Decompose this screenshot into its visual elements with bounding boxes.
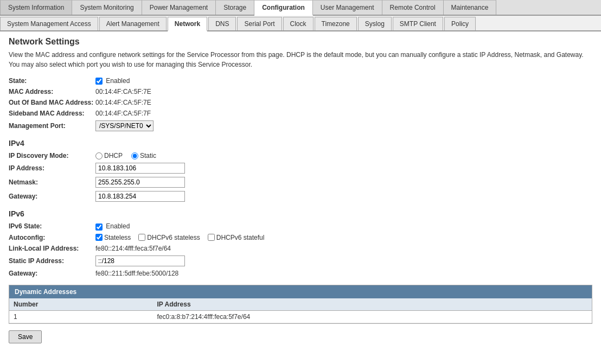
sideband-mac-label: Sideband MAC Address: (9, 110, 95, 117)
dhcpv6-stateless-checkbox[interactable] (138, 234, 145, 241)
state-row: State: Enabled (9, 77, 592, 85)
state-label: State: (9, 77, 95, 85)
static-radio[interactable] (131, 152, 138, 159)
tab-policy[interactable]: Policy (444, 17, 476, 30)
static-option: Static (131, 152, 156, 159)
page-description: View the MAC address and configure netwo… (9, 50, 592, 69)
tab-user-management[interactable]: User Management (313, 0, 382, 15)
ip-discovery-mode-label: IP Discovery Mode: (9, 152, 95, 159)
ipv6-gateway-value: fe80::211:5dff:febe:5000/128 (95, 270, 178, 277)
mgmt-port-select[interactable]: /SYS/SP/NET0 (95, 120, 154, 131)
state-value: Enabled (95, 77, 130, 85)
dhcpv6-stateful-label: DHCPv6 stateful (216, 234, 265, 241)
column-number: Number (9, 298, 153, 311)
mgmt-port-label: Management Port: (9, 122, 95, 130)
dhcpv6-stateless-option: DHCPv6 stateless (138, 234, 200, 241)
ipv4-address-label: IP Address: (9, 164, 95, 172)
dynamic-addresses-header: Dynamic Addresses (9, 285, 592, 298)
tab-alert-management[interactable]: Alert Management (99, 17, 167, 30)
tab-configuration[interactable]: Configuration (254, 0, 313, 16)
mgmt-port-row: Management Port: /SYS/SP/NET0 (9, 120, 592, 131)
ipv4-gateway-row: Gateway: (9, 191, 592, 202)
oob-mac-row: Out Of Band MAC Address: 00:14:4F:CA:5F:… (9, 99, 592, 106)
autoconfig-row: Autoconfig: Stateless DHCPv6 stateless D… (9, 234, 592, 241)
row-ip: fec0:a:8:b7:214:4fff:feca:5f7e/64 (153, 310, 592, 323)
table-row: 1 fec0:a:8:b7:214:4fff:feca:5f7e/64 (9, 310, 592, 323)
link-local-value: fe80::214:4fff:feca:5f7e/64 (95, 245, 171, 252)
autoconfig-group: Stateless DHCPv6 stateless DHCPv6 statef… (95, 234, 264, 241)
tab-timezone[interactable]: Timezone (315, 17, 357, 30)
ipv6-state-value: Enabled (95, 222, 130, 230)
autoconfig-label: Autoconfig: (9, 234, 95, 241)
tab-storage[interactable]: Storage (216, 0, 254, 15)
tab-serial-port[interactable]: Serial Port (237, 17, 282, 30)
ipv4-gateway-label: Gateway: (9, 193, 95, 200)
stateless-option: Stateless (95, 234, 131, 241)
ipv4-heading: IPv4 (9, 139, 592, 148)
mgmt-port-value: /SYS/SP/NET0 (95, 120, 154, 131)
mac-address-label: MAC Address: (9, 88, 95, 95)
dhcp-radio[interactable] (95, 152, 103, 159)
ip-discovery-mode-group: DHCP Static (95, 152, 156, 159)
sub-navigation: System Management Access Alert Managemen… (0, 16, 601, 31)
table-header-row: Number IP Address (9, 298, 592, 311)
link-local-row: Link-Local IP Address: fe80::214:4fff:fe… (9, 245, 592, 252)
ip-discovery-mode-row: IP Discovery Mode: DHCP Static (9, 152, 592, 159)
ipv6-state-text: Enabled (106, 222, 130, 230)
ipv4-address-row: IP Address: (9, 163, 592, 174)
ipv4-address-input[interactable] (95, 163, 185, 174)
stateless-checkbox[interactable] (95, 234, 103, 241)
netmask-input[interactable] (95, 177, 185, 188)
netmask-label: Netmask: (9, 178, 95, 186)
state-text: Enabled (106, 77, 130, 85)
ipv6-heading: IPv6 (9, 209, 592, 218)
netmask-row: Netmask: (9, 177, 592, 188)
dynamic-addresses-container: Dynamic Addresses Number IP Address 1 fe… (9, 285, 592, 324)
ipv6-static-ip-row: Static IP Address: (9, 256, 592, 266)
sideband-mac-row: Sideband MAC Address: 00:14:4F:CA:5F:7F (9, 110, 592, 117)
dhcpv6-stateful-option: DHCPv6 stateful (208, 234, 265, 241)
mac-address-value: 00:14:4F:CA:5F:7E (95, 88, 151, 95)
tab-system-information[interactable]: System Information (0, 0, 72, 15)
tab-system-monitoring[interactable]: System Monitoring (72, 0, 142, 15)
sideband-mac-value: 00:14:4F:CA:5F:7F (95, 110, 151, 117)
oob-mac-label: Out Of Band MAC Address: (9, 99, 95, 106)
ipv6-state-checkbox[interactable] (95, 223, 103, 231)
stateless-label: Stateless (104, 234, 131, 241)
mac-address-row: MAC Address: 00:14:4F:CA:5F:7E (9, 88, 592, 95)
dhcpv6-stateless-label: DHCPv6 stateless (147, 234, 200, 241)
row-number: 1 (9, 310, 153, 323)
ipv4-gateway-input[interactable] (95, 191, 185, 202)
static-label: Static (140, 152, 156, 159)
ipv6-gateway-label: Gateway: (9, 270, 95, 277)
tab-system-management-access[interactable]: System Management Access (0, 17, 98, 30)
dhcpv6-stateful-checkbox[interactable] (208, 234, 215, 241)
tab-remote-control[interactable]: Remote Control (382, 0, 444, 15)
dynamic-addresses-table: Number IP Address 1 fec0:a:8:b7:214:4fff… (9, 298, 592, 323)
tab-dns[interactable]: DNS (208, 17, 236, 30)
page-content: Network Settings View the MAC address an… (0, 31, 601, 349)
tab-maintenance[interactable]: Maintenance (444, 0, 497, 15)
ipv6-static-ip-label: Static IP Address: (9, 257, 95, 265)
tab-syslog[interactable]: Syslog (358, 17, 392, 30)
ipv6-state-label: IPv6 State: (9, 222, 95, 230)
ipv6-gateway-row: Gateway: fe80::211:5dff:febe:5000/128 (9, 270, 592, 277)
oob-mac-value: 00:14:4F:CA:5F:7E (95, 99, 151, 106)
state-checkbox[interactable] (95, 78, 103, 85)
link-local-label: Link-Local IP Address: (9, 245, 95, 252)
save-button[interactable]: Save (9, 330, 42, 343)
ipv6-static-ip-input[interactable] (95, 256, 185, 266)
tab-power-management[interactable]: Power Management (142, 0, 216, 15)
dhcp-option: DHCP (95, 152, 123, 159)
tab-network[interactable]: Network (168, 17, 207, 31)
ipv6-state-row: IPv6 State: Enabled (9, 222, 592, 230)
dhcp-label: DHCP (104, 152, 123, 159)
page-title: Network Settings (9, 37, 592, 47)
tab-clock[interactable]: Clock (283, 17, 314, 30)
top-navigation: System Information System Monitoring Pow… (0, 0, 601, 16)
tab-smtp-client[interactable]: SMTP Client (393, 17, 443, 30)
column-ip-address: IP Address (153, 298, 592, 311)
